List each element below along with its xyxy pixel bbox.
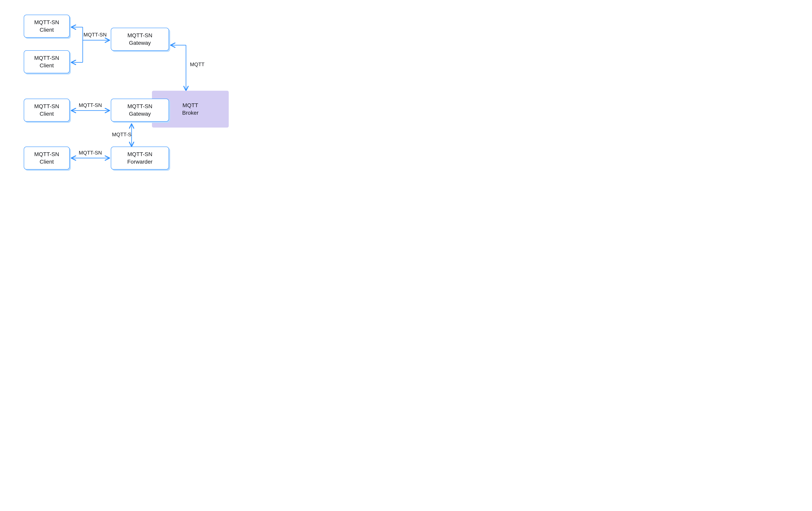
mqttsn-client-3: MQTT-SN Client bbox=[24, 99, 70, 122]
forwarder-line1: MQTT-SN bbox=[127, 151, 152, 158]
edge-label-mqttsn-top: MQTT-SN bbox=[84, 32, 107, 38]
edge-label-mqtts: MQTT-S bbox=[112, 132, 132, 138]
mqttsn-forwarder: MQTT-SN Forwarder bbox=[111, 146, 169, 169]
client3-line2: Client bbox=[39, 110, 54, 118]
gateway2-line1: MQTT-SN bbox=[127, 103, 152, 110]
client4-line1: MQTT-SN bbox=[34, 151, 59, 158]
diagram-canvas: MQTT Broker MQTT-SN Client MQTT-SN Clien… bbox=[0, 0, 305, 192]
mqttsn-client-2: MQTT-SN Client bbox=[24, 50, 70, 73]
gateway1-line2: Gateway bbox=[129, 39, 151, 47]
client3-line1: MQTT-SN bbox=[34, 103, 59, 110]
mqttsn-client-4: MQTT-SN Client bbox=[24, 146, 70, 169]
edge-label-mqttsn-bot: MQTT-SN bbox=[79, 150, 102, 156]
broker-line2: Broker bbox=[182, 109, 199, 117]
broker-line1: MQTT bbox=[182, 102, 198, 109]
gateway1-line1: MQTT-SN bbox=[127, 32, 152, 39]
gateway2-line2: Gateway bbox=[129, 110, 151, 118]
client1-line1: MQTT-SN bbox=[34, 19, 59, 26]
forwarder-line2: Forwarder bbox=[127, 158, 152, 166]
client1-line2: Client bbox=[39, 26, 54, 34]
edge-label-mqtt: MQTT bbox=[190, 61, 205, 68]
mqttsn-client-1: MQTT-SN Client bbox=[24, 15, 70, 37]
client2-line1: MQTT-SN bbox=[34, 54, 59, 62]
client4-line2: Client bbox=[39, 158, 54, 166]
mqttsn-gateway-2: MQTT-SN Gateway bbox=[111, 99, 169, 122]
edge-label-mqttsn-mid: MQTT-SN bbox=[79, 102, 102, 108]
mqttsn-gateway-1: MQTT-SN Gateway bbox=[111, 28, 169, 51]
client2-line2: Client bbox=[39, 62, 54, 69]
